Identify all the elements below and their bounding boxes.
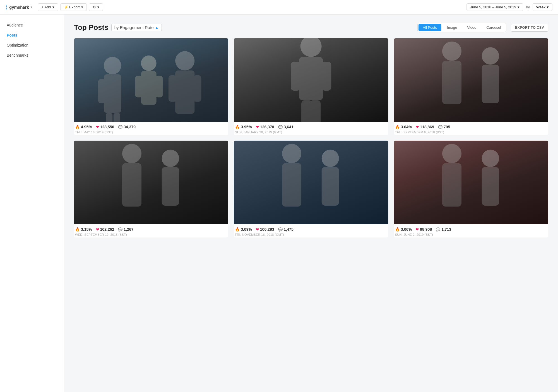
likes-value: 98,908 [420, 227, 432, 232]
engagement-value: 3.06% [401, 227, 412, 232]
sidebar-item-audience[interactable]: Audience [0, 20, 64, 30]
post-card[interactable]: 🔥 3.64% ❤ 118,869 💬 795 THU, SEPTEMBER 6… [394, 38, 548, 135]
svg-rect-37 [394, 141, 548, 224]
post-stats: 🔥 4.95% ❤ 128,550 💬 34,379 [75, 125, 227, 129]
sort-arrow-icon: ▲ [155, 25, 159, 30]
svg-point-28 [122, 144, 141, 163]
by-label: by [526, 5, 530, 9]
svg-point-40 [482, 150, 499, 167]
comment-icon: 💬 [118, 227, 122, 232]
svg-rect-39 [442, 163, 461, 207]
comments-value: 795 [444, 125, 450, 129]
week-selector[interactable]: Week ▾ [533, 3, 552, 11]
post-image [74, 141, 228, 224]
main-content: Top Posts by Engagement Rate ▲ All Posts… [64, 15, 558, 392]
post-meta: 🔥 4.95% ❤ 128,550 💬 34,379 THU, MAY 16, … [74, 122, 228, 135]
svg-rect-32 [234, 141, 388, 224]
heart-icon: ❤ [256, 125, 259, 129]
logo-icon: ⟩ [6, 4, 8, 10]
filter-tab-video[interactable]: Video [463, 24, 481, 31]
post-meta: 🔥 3.06% ❤ 98,908 💬 1,713 SUN, JUNE 2, 20… [394, 224, 548, 237]
filter-tab-image[interactable]: Image [442, 24, 461, 31]
engagement-value: 4.95% [81, 125, 92, 129]
post-card[interactable]: 🔥 3.95% ❤ 126,370 💬 3,641 SUN, JANUARY 2… [234, 38, 388, 135]
svg-rect-36 [322, 167, 339, 206]
sort-selector[interactable]: by Engagement Rate ▲ [111, 24, 162, 31]
comment-icon: 💬 [278, 125, 283, 129]
svg-point-16 [300, 38, 322, 57]
svg-rect-22 [394, 38, 548, 122]
post-card[interactable]: 🔥 3.06% ❤ 98,908 💬 1,713 SUN, JUNE 2, 20… [394, 141, 548, 237]
topnav-right: June 5, 2018 – June 5, 2019 ▾ by Week ▾ [466, 3, 552, 11]
svg-point-11 [175, 51, 194, 70]
add-button[interactable]: + Add ▾ [38, 3, 58, 11]
topnav-actions: + Add ▾ ⚡ Export ▾ ⚙ ▾ [38, 3, 103, 11]
sort-label: by Engagement Rate [114, 25, 154, 30]
engagement-value: 3.95% [241, 125, 252, 129]
post-card[interactable]: 🔥 3.09% ❤ 100,283 💬 1,475 FRI, NOVEMBER … [234, 141, 388, 237]
svg-rect-13 [169, 75, 177, 102]
svg-point-23 [442, 42, 461, 61]
heart-icon: ❤ [416, 125, 419, 129]
svg-rect-19 [322, 62, 331, 91]
comments-stat: 💬 1,713 [436, 227, 451, 232]
engagement-stat: 🔥 3.09% [235, 227, 252, 232]
post-card[interactable]: 🔥 4.95% ❤ 128,550 💬 34,379 THU, MAY 16, … [74, 38, 228, 135]
svg-rect-10 [155, 76, 163, 97]
post-stats: 🔥 3.15% ❤ 102,262 💬 1,267 [75, 227, 227, 232]
export-csv-button[interactable]: EXPORT TO CSV [511, 24, 548, 32]
posts-grid: 🔥 4.95% ❤ 128,550 💬 34,379 THU, MAY 16, … [74, 38, 548, 237]
top-navigation: ⟩ gymshark ▾ + Add ▾ ⚡ Export ▾ ⚙ ▾ June… [0, 0, 558, 15]
svg-rect-18 [291, 62, 300, 91]
filter-tab-all-posts[interactable]: All Posts [419, 24, 442, 31]
post-card[interactable]: 🔥 3.15% ❤ 102,262 💬 1,267 WED, SEPTEMBER… [74, 141, 228, 237]
comments-value: 1,475 [284, 227, 294, 232]
sidebar-item-benchmarks[interactable]: Benchmarks [0, 50, 64, 60]
svg-rect-29 [122, 163, 141, 207]
comment-icon: 💬 [118, 125, 122, 129]
export-button[interactable]: ⚡ Export ▾ [60, 3, 87, 11]
comments-value: 34,379 [124, 125, 136, 129]
engagement-stat: 🔥 3.06% [395, 227, 412, 232]
app-logo[interactable]: ⟩ gymshark ▾ [6, 4, 32, 10]
likes-stat: ❤ 102,262 [96, 227, 114, 232]
comments-value: 3,641 [284, 125, 294, 129]
svg-rect-5 [106, 113, 112, 122]
engagement-stat: 🔥 3.15% [75, 227, 92, 232]
svg-rect-21 [310, 100, 321, 122]
app-name-arrow: ▾ [31, 5, 32, 9]
post-date: FRI, NOVEMBER 16, 2018 (GMT) [235, 233, 387, 236]
date-range-button[interactable]: June 5, 2018 – June 5, 2019 ▾ [466, 3, 523, 11]
fire-icon: 🔥 [75, 125, 80, 129]
engagement-value: 3.15% [81, 227, 92, 232]
filter-tab-carousel[interactable]: Carousel [482, 24, 505, 31]
svg-point-1 [104, 57, 121, 74]
likes-stat: ❤ 98,908 [416, 227, 432, 232]
svg-rect-17 [299, 57, 323, 100]
comment-icon: 💬 [278, 227, 283, 232]
engagement-stat: 🔥 3.64% [395, 125, 412, 129]
page-title-area: Top Posts by Engagement Rate ▲ [74, 23, 162, 32]
likes-value: 100,283 [260, 227, 274, 232]
svg-point-25 [482, 47, 499, 64]
likes-stat: ❤ 100,283 [256, 227, 274, 232]
likes-stat: ❤ 118,869 [416, 125, 434, 129]
svg-rect-31 [162, 167, 179, 206]
svg-rect-27 [74, 141, 228, 224]
likes-stat: ❤ 126,370 [256, 125, 274, 129]
engagement-value: 3.64% [401, 125, 412, 129]
settings-button[interactable]: ⚙ ▾ [89, 3, 103, 11]
sidebar-item-optimization[interactable]: Optimization [0, 40, 64, 50]
comment-icon: 💬 [436, 227, 440, 232]
likes-value: 126,370 [260, 125, 274, 129]
svg-point-30 [162, 150, 179, 167]
likes-value: 102,262 [100, 227, 114, 232]
post-date: THU, SEPTEMBER 6, 2018 (BST) [395, 131, 547, 134]
post-stats: 🔥 3.06% ❤ 98,908 💬 1,713 [395, 227, 547, 232]
fire-icon: 🔥 [395, 125, 400, 129]
svg-rect-34 [282, 163, 301, 207]
sidebar: Audience Posts Optimization Benchmarks [0, 15, 64, 392]
fire-icon: 🔥 [235, 125, 240, 129]
sidebar-item-posts[interactable]: Posts [0, 30, 64, 40]
post-meta: 🔥 3.09% ❤ 100,283 💬 1,475 FRI, NOVEMBER … [234, 224, 388, 237]
